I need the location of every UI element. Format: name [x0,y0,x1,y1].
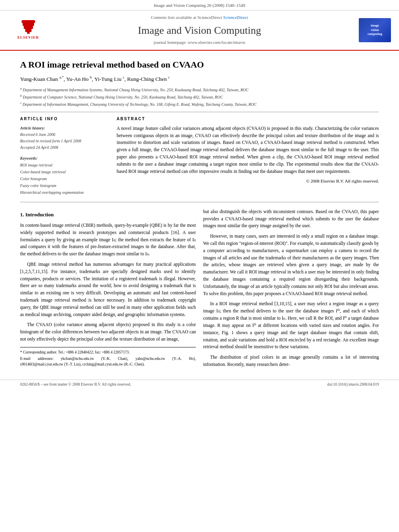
article-history: Article history: Received 6 June 2006 Re… [20,125,109,151]
author-sup-c1: c [123,75,124,79]
abstract-label: ABSTRACT [117,116,379,122]
journal-logo-box: image vision computing [359,18,391,42]
revised-date: Received in revised form 1 April 2008 [20,138,109,144]
article-content: A ROI image retrieval method based on CV… [0,51,399,380]
info-abstract-row: ARTICLE INFO Article history: Received 6… [20,116,379,196]
footnote-email: E-mail addresses: ykchan@nchu.edu.tw (Y.… [20,356,196,368]
citation-text: Image and Vision Computing 26 (2008) 154… [154,3,245,8]
body-col-left: 1. Introduction In content-based image r… [20,208,196,372]
body-col-right: but also distinguish the objects with in… [203,208,379,372]
right-para-4: The distribution of pixel colors in an i… [203,354,379,368]
intro-para-2: QBE image retrieval method has numerous … [20,261,196,318]
author-sup-c2: c [168,75,170,79]
intro-heading: 1. Introduction [20,211,196,219]
footnotes: * Corresponding author. Tel.: +886 4 228… [20,347,196,368]
article-info-label: ARTICLE INFO [20,116,109,122]
footnote-corresponding: * Corresponding author. Tel.: +886 4 228… [20,349,196,355]
intro-para-3: The CVAAO (color variance among adjacent… [20,321,196,343]
abstract-text: A novel image feature called color varia… [117,125,379,175]
body-two-col: 1. Introduction In content-based image r… [20,208,379,372]
received-date: Received 6 June 2006 [20,131,109,138]
bottom-bar: 0262-8856/$ – see front matter © 2008 El… [0,380,399,389]
sciencedirect-line: Contents lists available at ScienceDirec… [48,14,351,21]
journal-header: ELSEVIER Contents lists available at Sci… [0,10,399,50]
affil-b: b Department of Computer Science, Nation… [20,94,379,100]
keyword-5: Hierarchical overlapping segmentation [20,189,109,196]
right-para-2: However, in many cases, users are intere… [203,233,379,297]
keyword-3: Color histogram [20,175,109,182]
affiliations: a Department of Management Information S… [20,86,379,108]
keywords-section: Keywords: ROI image retrieval Color-base… [20,155,109,196]
affil-c: c Department of Information Management, … [20,101,379,107]
elsevier-wordmark: ELSEVIER [17,35,39,40]
divider-top [20,112,379,112]
article-info-col: ARTICLE INFO Article history: Received 6… [20,116,109,196]
affil-a: a Department of Management Information S… [20,86,379,93]
journal-title: Image and Vision Computing [48,23,351,38]
journal-logo-right: image vision computing [351,18,391,42]
page: Image and Vision Computing 26 (2008) 154… [0,0,399,532]
sciencedirect-text: Contents lists available at ScienceDirec… [151,15,222,20]
article-title: A ROI image retrieval method based on CV… [20,59,379,71]
accepted-date: Accepted 24 April 2008 [20,144,109,151]
right-para-1: but also distinguish the objects with in… [203,208,379,230]
authors-line: Yung-Kuan Chan a,*, Yu-An Ho b, Yi-Tung … [20,75,379,83]
elsevier-logo-area: ELSEVIER [8,19,48,41]
journal-citation: Image and Vision Computing 26 (2008) 154… [0,0,399,10]
author-sup-b: b [90,75,92,79]
elsevier-tree-icon [19,20,37,34]
doi-footer: doi:10.1016/j.imavis.2008.04.019 [327,382,379,387]
divider-middle [20,202,379,202]
right-para-3: In a ROI image retrieval method [3,10,15… [203,300,379,351]
keyword-1: ROI image retrieval [20,162,109,168]
keyword-4: Fuzzy color histogram [20,182,109,189]
sciencedirect-link[interactable]: ScienceDirect [223,15,248,20]
abstract-col: ABSTRACT A novel image feature called co… [117,116,379,196]
keyword-2: Color-based image retrieval [20,168,109,175]
author-sup-a: a,* [60,75,64,79]
copyright-line: © 2008 Elsevier B.V. All rights reserved… [117,178,379,184]
elsevier-logo: ELSEVIER [12,19,44,41]
journal-header-center: Contents lists available at ScienceDirec… [48,14,351,45]
copyright-footer: 0262-8856/$ – see front matter © 2008 El… [20,382,131,387]
intro-para-1: In content-based image retrieval (CBIR) … [20,222,196,258]
journal-homepage: journal homepage: www.elsevier.com/locat… [48,39,351,45]
svg-rect-4 [21,20,35,23]
